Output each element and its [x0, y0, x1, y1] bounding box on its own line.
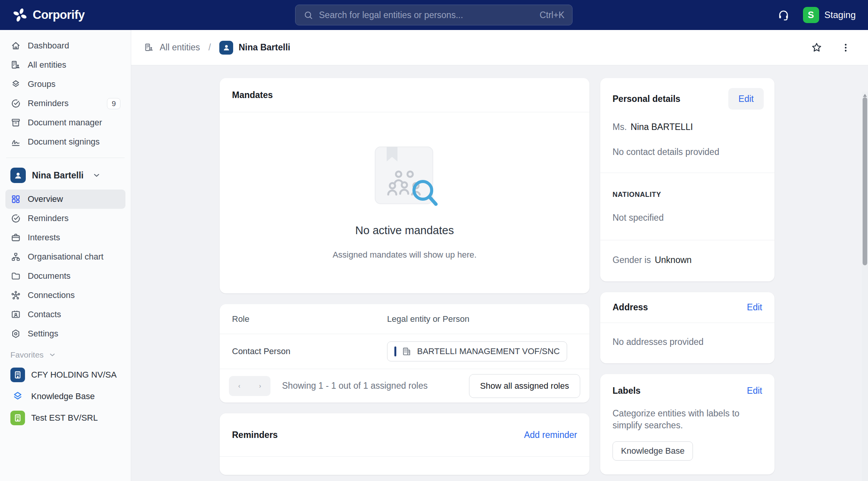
- chevron-down-icon: [92, 171, 101, 180]
- entity-type-bar: [394, 346, 396, 356]
- person-name-line: Ms. Nina BARTELLI: [600, 122, 775, 132]
- gender-label: Gender is: [613, 255, 651, 265]
- favorite-item-test-est[interactable]: Test EST BV/SRL: [5, 407, 125, 429]
- sidebar-item-dashboard[interactable]: Dashboard: [5, 36, 125, 55]
- show-all-roles-button[interactable]: Show all assigned roles: [469, 374, 580, 398]
- layers-blue-icon: [10, 389, 25, 404]
- company-avatar: [10, 368, 25, 382]
- entity-switcher[interactable]: Nina Bartelli: [5, 164, 125, 186]
- no-addresses: No addresses provided: [600, 323, 775, 363]
- breadcrumb-all-entities[interactable]: All entities: [160, 42, 200, 53]
- person-avatar: [219, 41, 233, 55]
- sidebar-item-entity-reminders[interactable]: Reminders: [5, 209, 125, 228]
- breadcrumb: All entities / Nina Bartelli: [144, 41, 290, 55]
- sidebar: Dashboard All entities Groups Reminders …: [0, 30, 131, 481]
- gender-value: Unknown: [655, 255, 692, 265]
- sidebar-item-organisational-chart[interactable]: Organisational chart: [5, 247, 125, 266]
- sidebar-item-document-manager[interactable]: Document manager: [5, 113, 125, 132]
- search-input[interactable]: [319, 10, 534, 20]
- salutation: Ms.: [613, 122, 627, 132]
- sidebar-item-groups[interactable]: Groups: [5, 75, 125, 94]
- person-full-name: Nina BARTELLI: [631, 122, 693, 132]
- mandates-card: Mandates: [220, 78, 589, 293]
- pagination-status: Showing 1 - 1 out of 1 assigned roles: [282, 381, 427, 391]
- sidebar-item-label: Interests: [28, 233, 60, 243]
- home-icon: [10, 40, 21, 51]
- sidebar-item-label: Groups: [28, 79, 55, 89]
- app-window: Corporify Ctrl+K S Staging Dashboard All…: [0, 0, 868, 481]
- global-search[interactable]: Ctrl+K: [295, 5, 573, 25]
- sidebar-item-reminders[interactable]: Reminders 9: [5, 94, 125, 113]
- breadcrumb-separator: /: [209, 42, 211, 53]
- sidebar-item-document-signings[interactable]: Document signings: [5, 132, 125, 151]
- favorite-item-knowledge-base[interactable]: Knowledge Base: [5, 386, 125, 407]
- person-icon: [12, 170, 24, 181]
- search-shortcut: Ctrl+K: [539, 10, 564, 20]
- sidebar-item-all-entities[interactable]: All entities: [5, 55, 125, 75]
- card-title: Address: [613, 302, 648, 313]
- reminders-header: Reminders Add reminder: [220, 413, 589, 457]
- support-headset-icon[interactable]: [777, 9, 790, 22]
- page-actions: [811, 42, 851, 53]
- contact-card-icon: [10, 309, 21, 320]
- sidebar-item-interests[interactable]: Interests: [5, 228, 125, 247]
- corporify-logo-icon: [12, 7, 28, 23]
- labels-card: Labels Edit Categorize entities with lab…: [600, 374, 775, 474]
- scrollbar-thumb[interactable]: [863, 97, 867, 265]
- role-name: Contact Person: [232, 346, 387, 356]
- sidebar-item-settings[interactable]: Settings: [5, 324, 125, 343]
- sidebar-item-connections[interactable]: Connections: [5, 286, 125, 305]
- building-person-icon: [10, 60, 21, 70]
- environment-label: Staging: [825, 10, 856, 20]
- card-title: Labels: [613, 386, 641, 396]
- settings-icon: [10, 328, 21, 339]
- entity-chip[interactable]: BARTELLI MANAGEMENT VOF/SNC: [387, 341, 567, 361]
- card-title: Reminders: [232, 430, 278, 440]
- next-page-button[interactable]: ›: [250, 376, 270, 396]
- favorites-header[interactable]: Favorites: [5, 343, 125, 364]
- card-title: Mandates: [232, 90, 273, 100]
- gender-line: Gender is Unknown: [600, 240, 775, 281]
- sidebar-item-label: Contacts: [28, 310, 61, 320]
- edit-labels-link[interactable]: Edit: [747, 386, 762, 396]
- chevron-down-icon: [48, 351, 57, 359]
- previous-page-button[interactable]: ‹: [229, 376, 250, 396]
- sidebar-divider: [6, 158, 125, 158]
- card-title: Personal details: [613, 94, 680, 104]
- mandates-header: Mandates: [220, 78, 589, 112]
- entity-chip-label: BARTELLI MANAGEMENT VOF/SNC: [417, 346, 560, 356]
- person-icon: [221, 42, 232, 53]
- reminders-card: Reminders Add reminder: [220, 413, 589, 475]
- sidebar-item-documents[interactable]: Documents: [5, 266, 125, 286]
- sidebar-item-overview[interactable]: Overview: [5, 190, 125, 209]
- no-contact-details: No contact details provided: [600, 147, 775, 157]
- environment-badge[interactable]: S: [803, 7, 819, 23]
- favorites-label: Favorites: [10, 350, 43, 360]
- address-card: Address Edit No addresses provided: [600, 292, 775, 363]
- check-circle-icon: [10, 98, 21, 109]
- signature-icon: [10, 136, 21, 147]
- page-body: Mandates: [131, 65, 868, 481]
- sidebar-item-contacts[interactable]: Contacts: [5, 305, 125, 324]
- sidebar-item-label: Overview: [28, 194, 63, 204]
- favorite-item-label: CFY HOLDING NV/SA: [31, 370, 117, 380]
- brand[interactable]: Corporify: [12, 7, 85, 23]
- kebab-menu-icon[interactable]: [840, 42, 851, 53]
- sidebar-item-label: Organisational chart: [28, 252, 103, 262]
- scroll-up-arrow-icon[interactable]: [863, 94, 867, 97]
- building-person-icon: [144, 42, 154, 53]
- add-reminder-link[interactable]: Add reminder: [524, 430, 577, 440]
- sidebar-item-label: Connections: [28, 290, 75, 300]
- personal-details-card: Personal details Edit Ms. Nina BARTELLI …: [600, 78, 775, 281]
- favorite-star-icon[interactable]: [811, 42, 823, 53]
- label-chip[interactable]: Knowledge Base: [613, 441, 693, 461]
- edit-personal-details-button[interactable]: Edit: [728, 88, 764, 110]
- vertical-scrollbar[interactable]: [862, 92, 868, 481]
- network-icon: [10, 290, 21, 301]
- favorite-item-cfy-holding[interactable]: CFY HOLDING NV/SA: [5, 364, 125, 386]
- folder-icon: [10, 271, 21, 281]
- labels-hint: Categorize entities with labels to simpl…: [600, 396, 762, 431]
- roles-footer: ‹ › Showing 1 - 1 out of 1 assigned role…: [220, 369, 589, 403]
- entity-avatar: [10, 168, 26, 183]
- edit-address-link[interactable]: Edit: [747, 302, 762, 313]
